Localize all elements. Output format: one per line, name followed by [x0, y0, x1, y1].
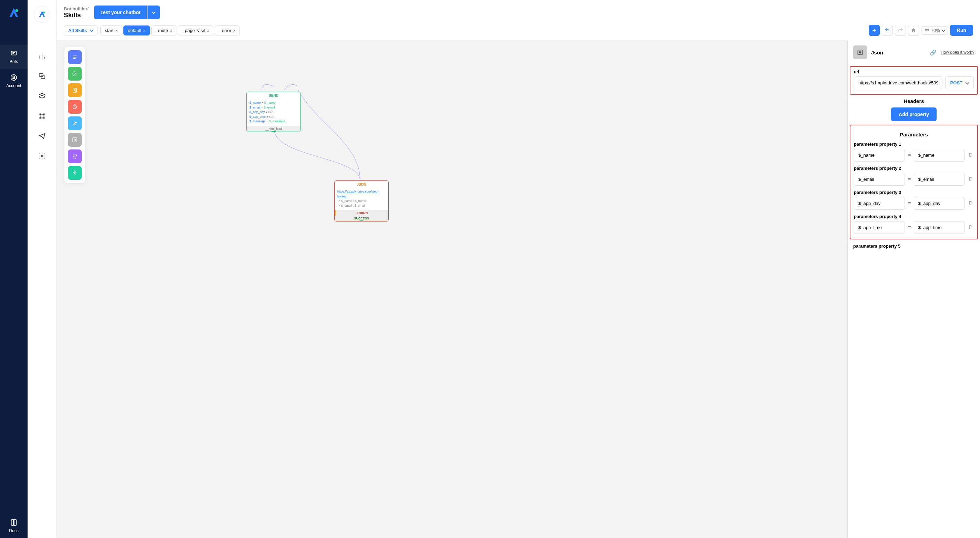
logo-primary — [6, 6, 21, 21]
json-icon — [853, 46, 867, 59]
param5-label: parameters property 5 — [853, 243, 975, 249]
param-key-3[interactable] — [854, 197, 905, 210]
svg-point-10 — [43, 117, 45, 119]
svg-point-3 — [13, 76, 15, 78]
toolbar: All Skills startxdefaultx_mutex_page_vis… — [57, 25, 980, 40]
param-key-4[interactable] — [854, 221, 905, 234]
param-label-3: parameters property 3 — [854, 190, 974, 195]
breadcrumb: Bot builder/ — [64, 6, 89, 11]
param-label-2: parameters property 2 — [854, 166, 974, 171]
svg-point-8 — [43, 113, 45, 115]
node-palette — [64, 47, 85, 183]
param-delete-3[interactable] — [967, 200, 974, 207]
help-link[interactable]: How does it work? — [941, 50, 975, 55]
nav-account[interactable]: Account — [0, 69, 27, 93]
nav-docs[interactable]: Docs — [0, 514, 27, 538]
headers-title: Headers — [853, 98, 975, 104]
svg-point-7 — [39, 113, 41, 115]
undo-button[interactable] — [882, 25, 893, 36]
nav-primary: Bots Account Docs — [0, 0, 27, 538]
nav-flow[interactable] — [38, 107, 46, 127]
url-input[interactable] — [854, 76, 942, 89]
palette-cart[interactable] — [68, 149, 82, 163]
nav-analytics[interactable] — [38, 47, 46, 67]
method-value: POST — [950, 80, 963, 86]
tab-start[interactable]: startx — [100, 25, 122, 35]
param-value-1[interactable] — [914, 149, 965, 162]
param-key-2[interactable] — [854, 173, 905, 186]
palette-check[interactable] — [68, 67, 82, 81]
svg-point-4 — [43, 12, 45, 14]
home-button[interactable] — [908, 25, 919, 36]
palette-user[interactable] — [68, 116, 82, 130]
tab-_error[interactable]: _errorx — [215, 25, 240, 35]
param-label-1: parameters property 1 — [854, 141, 974, 147]
parameters-section: Parameters parameters property 1=paramet… — [850, 125, 978, 240]
tab-_mute[interactable]: _mutex — [151, 25, 177, 35]
node-send[interactable]: SEND $_name = $_name$_email = $_email$_a… — [247, 92, 301, 132]
nav-account-label: Account — [6, 83, 21, 88]
node-json[interactable]: JSON https://s1.apix-drive.com/web-hooks… — [334, 181, 389, 221]
link-icon: 🔗 — [930, 49, 937, 56]
node-send-title: SEND — [247, 92, 301, 99]
svg-point-17 — [75, 171, 75, 172]
param-value-3[interactable] — [914, 197, 965, 210]
svg-rect-1 — [11, 51, 16, 55]
palette-list[interactable] — [68, 83, 82, 97]
add-button[interactable] — [869, 25, 880, 36]
svg-point-0 — [15, 9, 18, 12]
parameters-title: Parameters — [854, 132, 974, 137]
svg-point-11 — [41, 155, 43, 157]
palette-run[interactable] — [68, 166, 82, 180]
palette-json[interactable] — [68, 133, 82, 147]
nav-settings[interactable] — [38, 147, 46, 167]
param-value-2[interactable] — [914, 173, 965, 186]
nav-broadcast[interactable] — [38, 127, 46, 147]
param-delete-4[interactable] — [967, 224, 974, 231]
palette-timer[interactable] — [68, 100, 82, 114]
redo-button[interactable] — [895, 25, 906, 36]
svg-point-9 — [39, 117, 41, 119]
canvas[interactable]: SEND $_name = $_name$_email = $_email$_a… — [57, 40, 847, 538]
skills-filter[interactable]: All Skills — [64, 25, 97, 35]
page-title: Skills — [64, 11, 89, 19]
logo-secondary — [34, 6, 50, 23]
url-label: url — [854, 70, 974, 75]
param-delete-1[interactable] — [967, 152, 974, 159]
side-panel: Json 🔗 How does it work? url POST — [847, 40, 980, 538]
url-section: url POST — [850, 66, 978, 95]
param-value-4[interactable] — [914, 221, 965, 234]
page-header: Bot builder/ Skills Test your chatbot — [57, 0, 980, 25]
test-chatbot-dropdown[interactable] — [148, 5, 160, 19]
zoom-control[interactable]: 70% — [921, 26, 948, 35]
svg-point-15 — [74, 122, 76, 124]
node-json-title: JSON — [334, 181, 388, 188]
zoom-value: 70% — [931, 28, 940, 33]
param-delete-2[interactable] — [967, 176, 974, 183]
add-property-button[interactable]: Add property — [891, 108, 937, 121]
param-label-4: parameters property 4 — [854, 214, 974, 219]
node-send-footer: __new_lead — [247, 126, 301, 132]
skills-filter-label: All Skills — [68, 28, 87, 33]
nav-bots[interactable]: Bots — [0, 45, 27, 69]
nav-docs-label: Docs — [9, 528, 18, 533]
node-json-success: SUCCESS — [334, 216, 388, 221]
node-json-error: ERROR — [334, 210, 388, 216]
nav-secondary — [27, 0, 57, 538]
node-json-url: https://s1.apix-drive.com/web-hooks... — [337, 189, 386, 199]
nav-training[interactable] — [38, 87, 46, 107]
test-chatbot-button[interactable]: Test your chatbot — [94, 5, 146, 19]
palette-text[interactable] — [68, 50, 82, 64]
tab-_page_visit[interactable]: _page_visitx — [178, 25, 213, 35]
param-key-1[interactable] — [854, 149, 905, 162]
method-select[interactable]: POST — [945, 76, 974, 89]
nav-conversations[interactable] — [38, 67, 46, 87]
run-button[interactable]: Run — [950, 25, 973, 36]
panel-title: Json — [871, 49, 926, 56]
nav-bots-label: Bots — [10, 59, 18, 64]
tab-default[interactable]: defaultx — [123, 25, 150, 35]
